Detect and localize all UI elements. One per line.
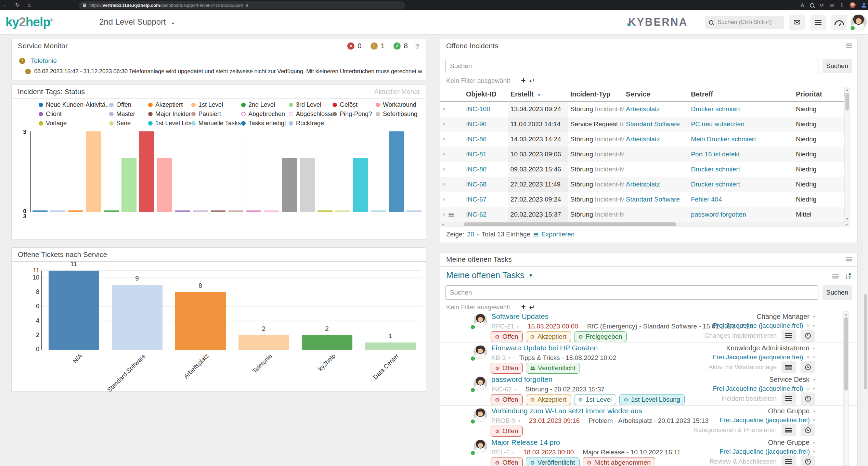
task-group-dropdown[interactable]: Knowledge Administratoren▾ xyxy=(726,344,815,352)
remove-assignee-icon[interactable]: × xyxy=(806,354,810,361)
table-vertical-scrollbar[interactable]: ▲ ▼ xyxy=(844,87,850,222)
legend-item[interactable]: Sofortlösung xyxy=(376,111,420,118)
scroll-up-icon[interactable]: ▲ xyxy=(845,88,850,92)
legend-item[interactable]: Tasks erledigt xyxy=(241,120,289,127)
task-avatar[interactable] xyxy=(474,440,487,453)
scrollbar-thumb[interactable] xyxy=(864,294,867,389)
scrollbar-thumb[interactable] xyxy=(464,222,676,226)
apply-filter-icon[interactable]: ↵ xyxy=(529,77,535,85)
dashboard-selector[interactable]: 2nd Level Support ⌄ xyxy=(99,17,176,27)
task-menu-button[interactable] xyxy=(781,424,796,436)
task-title[interactable]: Verbindung zum W-Lan setzt immer wieder … xyxy=(491,407,642,415)
status-tag[interactable]: ⚙1st Level xyxy=(574,394,617,405)
apply-filter-icon[interactable]: ↵ xyxy=(529,303,535,311)
task-menu-button[interactable] xyxy=(781,392,796,405)
task-title[interactable]: Firmware Update bei HP Geräten xyxy=(491,344,598,352)
add-filter-icon[interactable]: + xyxy=(521,76,526,85)
incident-link[interactable]: INC-100 xyxy=(466,105,490,113)
tasks-vertical-scrollbar[interactable]: ▲ xyxy=(843,311,849,466)
address-bar[interactable]: https://vertrieb3.t1de.ky2help.com/dashb… xyxy=(79,1,405,9)
add-filter-icon[interactable]: + xyxy=(521,302,526,312)
scroll-up-icon[interactable]: ▲ xyxy=(844,312,848,316)
legend-item[interactable]: Ping-Pong? xyxy=(333,111,376,118)
incident-link[interactable]: INC-62 xyxy=(466,211,487,218)
column-header-betreff[interactable]: Betreff xyxy=(689,90,794,98)
remove-row-icon[interactable]: × xyxy=(442,105,446,113)
service-link[interactable]: Standard Software xyxy=(626,196,680,203)
task-avatar[interactable] xyxy=(474,408,487,422)
home-icon[interactable]: ⌂ xyxy=(23,0,35,10)
page-size-dropdown[interactable]: 20 xyxy=(467,231,474,238)
scroll-down-icon[interactable]: ▼ xyxy=(845,217,850,221)
status-tag[interactable]: Veröffentlicht xyxy=(526,363,580,374)
status-tag[interactable]: ⚙Nicht abgenommen xyxy=(583,457,655,466)
global-search[interactable] xyxy=(705,16,784,29)
task-group-dropdown[interactable]: Change Manager▾ xyxy=(756,313,815,321)
subject-link[interactable]: Mein Drucker schmiert xyxy=(691,135,756,143)
task-menu-button[interactable] xyxy=(781,455,796,466)
task-title[interactable]: Software Updates xyxy=(491,312,548,321)
task-avatar[interactable] xyxy=(474,345,487,359)
legend-item[interactable]: Manuelle Tasks xyxy=(191,120,241,127)
task-time-button[interactable] xyxy=(801,424,815,436)
task-assignee-dropdown[interactable]: Frei Jacqueline (jacqueline.frei)×▾ xyxy=(713,385,815,392)
remove-row-icon[interactable]: × xyxy=(442,166,446,173)
status-tag[interactable]: ⚙Offen xyxy=(491,363,523,374)
subject-link[interactable]: Drucker schmiert xyxy=(691,181,740,188)
panel-menu-icon[interactable] xyxy=(846,43,852,48)
remove-row-icon[interactable]: × xyxy=(442,135,446,143)
table-horizontal-scrollbar[interactable]: ◂ ▸ xyxy=(440,222,850,227)
task-assignee-dropdown[interactable]: Frei Jacqueline (jacqueline.frei)×▾ xyxy=(713,353,815,361)
export-link[interactable]: Exportieren xyxy=(541,231,574,238)
task-assignee-dropdown[interactable]: Frei Jacqueline (jacqueline.frei)▾ xyxy=(720,448,815,455)
incidents-search-input[interactable] xyxy=(445,59,818,73)
remove-assignee-icon[interactable]: × xyxy=(806,322,810,329)
column-header-erstellt[interactable]: Erstellt▼ xyxy=(508,90,568,98)
task-time-button[interactable] xyxy=(801,361,815,373)
task-id-dropdown[interactable]: PROB-9▾ xyxy=(491,417,520,425)
remove-row-icon[interactable]: × xyxy=(442,211,446,218)
browser-profile-avatar[interactable] xyxy=(850,2,856,8)
task-avatar[interactable] xyxy=(474,377,487,390)
sort-az-icon[interactable]: ↓AZ xyxy=(845,272,851,281)
task-group-dropdown[interactable]: Service Desk▾ xyxy=(769,376,815,384)
subject-link[interactable]: Drucker schmiert xyxy=(691,105,740,113)
task-group-dropdown[interactable]: Ohne Gruppe▾ xyxy=(768,439,815,446)
subject-link[interactable]: PC neu aufsetzten xyxy=(691,120,744,128)
status-tag[interactable]: ⚙Freigegeben xyxy=(574,331,627,342)
legend-item[interactable]: Gelöst xyxy=(333,101,376,108)
legend-item[interactable]: Abgeschlossen xyxy=(289,111,333,118)
incident-link[interactable]: INC-67 xyxy=(466,196,487,203)
browser-account-icon[interactable] xyxy=(861,3,866,8)
status-tag[interactable]: ⚙Veröffentlicht xyxy=(526,457,580,466)
task-assignee-dropdown[interactable]: Frei Jacqueline (jacqueline.frei)▾ xyxy=(720,416,815,424)
task-time-button[interactable] xyxy=(801,455,815,466)
incident-link[interactable]: INC-86 xyxy=(466,135,487,143)
status-tag[interactable]: ⚙1st Level Lösung xyxy=(619,394,685,405)
task-id-dropdown[interactable]: RFC-21▾ xyxy=(491,323,519,330)
list-layout-icon[interactable] xyxy=(832,274,839,279)
tasks-search-button[interactable]: Suchen xyxy=(822,285,852,300)
scrollbar-thumb[interactable] xyxy=(845,93,849,111)
download-icon[interactable]: ⇩ xyxy=(840,2,844,8)
legend-item[interactable]: Workaround xyxy=(376,101,420,108)
legend-item[interactable]: Akzeptiert xyxy=(148,101,191,108)
scrollbar-thumb[interactable] xyxy=(844,317,848,391)
back-icon[interactable]: ← xyxy=(0,0,12,10)
remove-row-icon[interactable]: × xyxy=(442,151,446,158)
task-menu-button[interactable] xyxy=(781,329,796,342)
task-title[interactable]: Major Release 14 pro xyxy=(491,438,560,446)
task-menu-button[interactable] xyxy=(781,361,796,373)
help-icon[interactable]: ? xyxy=(415,42,419,51)
remove-row-icon[interactable]: × xyxy=(442,196,446,203)
page-scrollbar[interactable] xyxy=(863,10,868,466)
column-header-incidenttyp[interactable]: Incident-Typ xyxy=(568,90,624,98)
zoom-icon[interactable] xyxy=(810,3,814,8)
service-link[interactable]: Arbeitsplatz xyxy=(626,135,660,143)
legend-item[interactable]: Neue Kunden-Aktivitä... xyxy=(39,101,109,108)
legend-item[interactable]: 1st Level Lösung xyxy=(148,120,191,127)
service-link[interactable]: Arbeitsplatz xyxy=(626,181,660,188)
incident-link[interactable]: INC-96 xyxy=(466,120,487,128)
inbox-button[interactable]: ✉ xyxy=(789,15,805,30)
legend-item[interactable]: Pausiert xyxy=(191,111,241,118)
